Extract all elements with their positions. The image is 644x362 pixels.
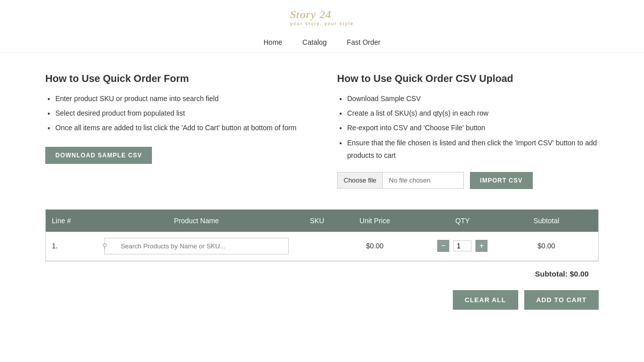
right-list-item-1: Download Sample CSV [347,93,599,105]
left-title: How to Use Quick Order Form [45,73,307,84]
nav-fast-order[interactable]: Fast Order [347,38,380,46]
right-list-item-3: Re-export into CSV and 'Choose File' but… [347,122,599,134]
col-line: Line # [46,210,98,232]
col-qty: QTY [411,210,515,232]
add-to-cart-button[interactable]: ADD TO CART [524,290,599,310]
left-list: Enter product SKU or product name into s… [45,93,307,135]
col-product: Product Name [98,210,295,232]
left-list-item-1: Enter product SKU or product name into s… [55,93,307,105]
header: Story 24 your story, your style Home Cat… [0,0,644,53]
subtotal-label-value: Subtotal: $0.00 [535,269,589,278]
logo-sub: your story, your style [290,21,354,26]
subtotal-row: Subtotal: $0.00 [45,261,599,286]
order-table: Line # Product Name SKU Unit Price QTY S… [46,210,598,261]
main-nav: Home Catalog Fast Order [264,32,381,52]
col-unit-price: Unit Price [339,210,411,232]
logo-main: Story 24 [290,8,354,21]
cell-subtotal-0: $0.00 [515,232,578,261]
actions-row: CLEAR ALL ADD TO CART [45,286,599,314]
download-sample-csv-button[interactable]: DOWNLOAD SAMPLE CSV [45,147,152,164]
csv-upload-row: Choose file No file chosen IMPORT CSV [337,172,599,189]
cell-qty-0: − + [411,232,515,261]
choose-file-button[interactable]: Choose file [338,172,383,188]
left-list-item-2: Select desired product from populated li… [55,107,307,120]
product-search-input-0[interactable] [104,238,289,254]
cell-unit-price-0: $0.00 [339,232,411,261]
clear-all-button[interactable]: CLEAR ALL [453,290,518,310]
main-content: How to Use Quick Order Form Enter produc… [35,53,609,324]
subtotal-label: Subtotal: [535,269,568,278]
table-row: 1. ⚲ $0.00 − + $0.00 [46,232,598,261]
qty-increase-button-0[interactable]: + [475,240,488,252]
left-list-item-3: Once all items are added to list click t… [55,122,307,134]
right-list-item-4: Ensure that the file chosen is listed an… [347,137,599,162]
file-input-wrapper: Choose file No file chosen [337,172,464,189]
right-instructions: How to Use Quick Order CSV Upload Downlo… [337,73,599,189]
left-instructions: How to Use Quick Order Form Enter produc… [45,73,307,189]
order-table-wrapper: Line # Product Name SKU Unit Price QTY S… [45,209,599,261]
import-csv-button[interactable]: IMPORT CSV [470,172,533,189]
right-title: How to Use Quick Order CSV Upload [337,73,599,84]
nav-home[interactable]: Home [264,38,282,46]
nav-catalog[interactable]: Catalog [302,38,327,46]
col-action [578,210,598,232]
subtotal-value: $0.00 [570,269,589,278]
search-icon: ⚲ [102,242,107,250]
qty-input-0[interactable] [453,240,471,251]
col-sku: SKU [295,210,339,232]
instructions-row: How to Use Quick Order Form Enter produc… [45,73,599,189]
col-subtotal: Subtotal [515,210,578,232]
right-list: Download Sample CSV Create a list of SKU… [337,93,599,162]
qty-decrease-button-0[interactable]: − [437,240,449,252]
cell-action-0 [578,232,598,261]
cell-sku-0 [295,232,339,261]
file-name-display: No file chosen [383,172,463,188]
right-list-item-2: Create a list of SKU(s) and qty(s) in ea… [347,107,599,120]
cell-product-0: ⚲ [98,232,295,261]
cell-line-0: 1. [46,232,98,261]
logo: Story 24 your story, your style [290,8,354,26]
table-header-row: Line # Product Name SKU Unit Price QTY S… [46,210,598,232]
